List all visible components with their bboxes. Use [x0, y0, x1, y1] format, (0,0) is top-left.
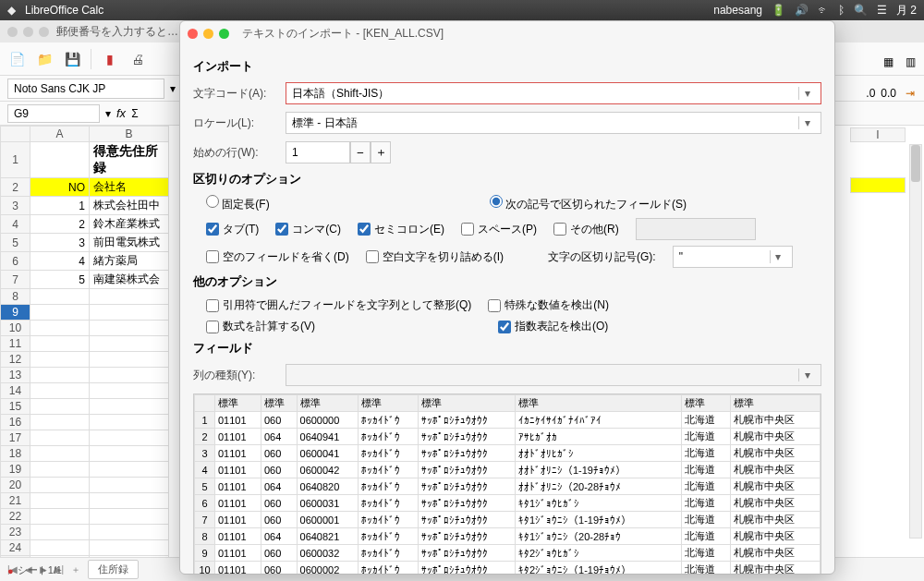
row-header[interactable]: 22 [1, 509, 30, 525]
startrow-dec[interactable]: − [350, 141, 371, 163]
row-header[interactable]: 9 [1, 305, 30, 321]
pdf-icon[interactable]: ▮ [101, 50, 119, 68]
cell[interactable] [30, 289, 90, 305]
cell[interactable] [90, 493, 169, 509]
function-wizard-icon[interactable]: fx [116, 106, 126, 120]
cell[interactable] [30, 509, 90, 525]
cell[interactable] [90, 399, 169, 415]
print-icon[interactable]: 🖨 [128, 50, 147, 68]
row-header[interactable]: 24 [1, 540, 30, 556]
charset-dropdown[interactable]: 日本語（Shift-JIS） ▾ [286, 82, 821, 104]
column-header[interactable]: B [90, 127, 169, 142]
cell[interactable] [30, 540, 90, 556]
cell[interactable] [30, 336, 90, 352]
cell[interactable] [90, 525, 169, 540]
preview-col-header[interactable]: 標準 [515, 395, 681, 412]
vertical-scrollbar[interactable] [909, 144, 922, 539]
font-dropdown-icon[interactable]: ▾ [170, 82, 176, 95]
new-doc-icon[interactable]: 📄 [7, 50, 26, 68]
checkbox-other[interactable]: その他(R) [553, 222, 619, 237]
checkbox-comma[interactable]: コンマ(C) [275, 222, 341, 237]
grid-icon[interactable]: ▦ [880, 54, 896, 70]
wifi-icon[interactable]: ᯤ [818, 4, 829, 17]
preview-col-header[interactable]: 標準 [297, 395, 358, 412]
bluetooth-icon[interactable]: ᛒ [838, 4, 845, 17]
headers-icon[interactable]: ▥ [902, 54, 918, 70]
preview-table[interactable]: 標準標準標準標準標準標準標準標準1011010600600000ﾎｯｶｲﾄﾞｳｻ… [194, 394, 821, 574]
cell[interactable] [90, 368, 169, 383]
autosum-icon[interactable]: Σ [131, 107, 138, 120]
battery-icon[interactable]: 🔋 [772, 4, 785, 17]
row-header[interactable]: 4 [1, 215, 30, 234]
checkbox-quoted-as-text[interactable]: 引用符で囲んだフィールドを文字列として整形(Q) [206, 297, 471, 313]
cell[interactable] [30, 415, 90, 430]
preview-table-wrap[interactable]: 標準標準標準標準標準標準標準標準1011010600600000ﾎｯｶｲﾄﾞｳｻ… [193, 393, 821, 574]
font-name-input[interactable] [7, 79, 164, 99]
row-header[interactable]: 12 [1, 352, 30, 368]
cell[interactable]: 緒方薬局 [90, 252, 169, 271]
checkbox-detect-special[interactable]: 特殊な数値を検出(N) [488, 297, 609, 313]
app-name[interactable]: LibreOffice Calc [25, 4, 103, 17]
sheet-tab[interactable]: 住所録 [88, 560, 139, 579]
cell[interactable] [90, 509, 169, 525]
row-header[interactable]: 11 [1, 336, 30, 352]
preview-col-header[interactable]: 標準 [418, 395, 515, 412]
cell[interactable] [30, 478, 90, 493]
cell[interactable]: 会社名 [90, 178, 169, 197]
row-header[interactable]: 15 [1, 399, 30, 415]
cell[interactable] [90, 462, 169, 478]
cell[interactable]: 得意先住所録 [90, 142, 169, 178]
indent-icon[interactable]: ⇥ [902, 85, 918, 102]
checkbox-evaluate-formulas[interactable]: 数式を計算する(V) [206, 319, 315, 334]
row-header[interactable]: 23 [1, 525, 30, 540]
cell-I2-yellow[interactable] [850, 177, 906, 193]
row-header[interactable]: 20 [1, 478, 30, 493]
text-delim-dropdown[interactable]: "▾ [673, 246, 793, 268]
cell[interactable] [30, 321, 90, 336]
column-header-I[interactable]: I [850, 127, 906, 142]
preview-col-header[interactable]: 標準 [681, 395, 730, 412]
cell[interactable] [90, 540, 169, 556]
menubar-clock[interactable]: 月 2 [896, 3, 917, 18]
cell[interactable]: 1 [30, 197, 90, 215]
open-icon[interactable]: 📁 [35, 50, 54, 68]
decimal-dec[interactable]: 0.0 [881, 87, 896, 100]
column-header[interactable]: A [30, 127, 90, 142]
cell[interactable] [30, 142, 90, 178]
spreadsheet-grid[interactable]: AB1得意先住所録2NO会社名31株式会社田中42鈴木産業株式53前田電気株式6… [0, 126, 169, 557]
cell[interactable] [90, 430, 169, 446]
cell[interactable] [30, 525, 90, 540]
row-header[interactable]: 10 [1, 321, 30, 336]
row-header[interactable]: 3 [1, 197, 30, 215]
row-header[interactable]: 18 [1, 446, 30, 462]
row-header[interactable]: 5 [1, 234, 30, 252]
cell[interactable] [30, 352, 90, 368]
cell[interactable] [90, 478, 169, 493]
cell[interactable]: 3 [30, 234, 90, 252]
cell[interactable]: 2 [30, 215, 90, 234]
cell[interactable] [30, 462, 90, 478]
cell[interactable] [30, 368, 90, 383]
decimal-inc[interactable]: .0 [866, 87, 875, 100]
cell[interactable]: 前田電気株式 [90, 234, 169, 252]
notification-icon[interactable]: ☰ [877, 4, 887, 17]
cell[interactable]: NO [30, 178, 90, 197]
add-sheet-icon[interactable]: ＋ [71, 563, 80, 576]
cell[interactable] [90, 352, 169, 368]
row-header[interactable]: 2 [1, 178, 30, 197]
cell[interactable] [90, 336, 169, 352]
dialog-titlebar[interactable]: テキストのインポート - [KEN_ALL.CSV] [180, 21, 834, 45]
cell[interactable] [30, 430, 90, 446]
preview-col-header[interactable]: 標準 [261, 395, 297, 412]
checkbox-trim-spaces[interactable]: 空白文字を切り詰める(I) [366, 249, 504, 265]
checkbox-detect-scientific[interactable]: 指数表記を検出(O) [498, 319, 608, 334]
cell[interactable] [90, 446, 169, 462]
cell[interactable] [30, 305, 90, 321]
checkbox-tab[interactable]: タブ(T) [206, 222, 259, 237]
cell[interactable]: 株式会社田中 [90, 197, 169, 215]
cell[interactable]: 5 [30, 271, 90, 289]
row-header[interactable]: 1 [1, 142, 30, 178]
cell[interactable] [30, 383, 90, 399]
checkbox-merge-delim[interactable]: 空のフィールドを省く(D) [206, 249, 349, 265]
preview-col-header[interactable]: 標準 [215, 395, 261, 412]
